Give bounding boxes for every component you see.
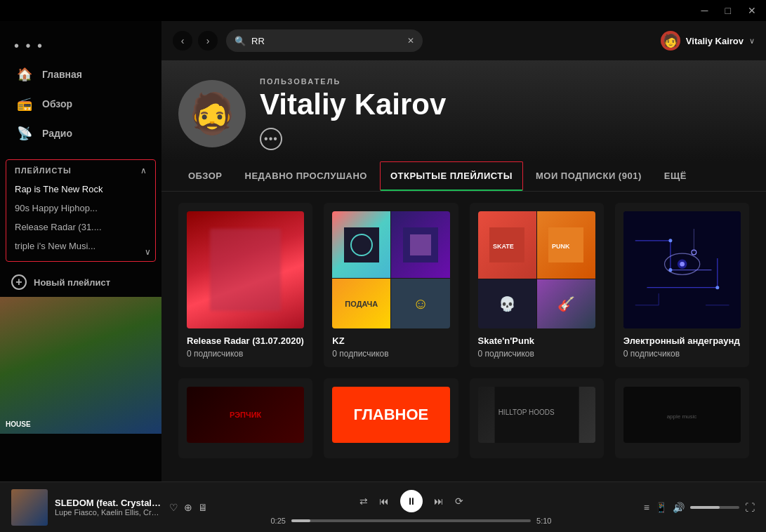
sidebar-playlist-2[interactable]: 90s Happy Hiphop...: [9, 199, 152, 218]
forward-button[interactable]: ›: [198, 31, 218, 51]
time-elapsed: 0:25: [271, 517, 286, 525]
kz-art: ПОДАЧА ☺: [332, 211, 449, 328]
svg-point-15: [668, 239, 672, 242]
user-chevron-icon: ∨: [749, 36, 755, 46]
dots-menu[interactable]: • • •: [6, 32, 156, 60]
sidebar-playlist-3[interactable]: Release Radar (31....: [9, 218, 152, 237]
sidebar-item-label-browse: Обзор: [42, 98, 72, 109]
add-to-library-icon[interactable]: ⊕: [184, 502, 192, 513]
queue-icon[interactable]: ≡: [644, 502, 649, 513]
profile-more: •••: [260, 128, 749, 150]
now-playing-actions: ♡ ⊕ 🖥: [169, 502, 208, 513]
repeat-button[interactable]: ⟳: [455, 496, 463, 507]
screen-icon[interactable]: 🖥: [198, 502, 208, 513]
tab-recent[interactable]: НЕДАВНО ПРОСЛУШАНО: [235, 162, 377, 191]
add-playlist-button[interactable]: + Новый плейлист: [0, 267, 161, 297]
tab-subscriptions[interactable]: МОИ ПОДПИСКИ (901): [526, 162, 652, 191]
playlist-card-img-1: [187, 211, 304, 328]
playlist-card-4[interactable]: Электронный андеграунд 0 подписчиков: [615, 203, 749, 367]
now-playing-left: SLEDOM (feat. Crystal Torres & ... Lupe …: [11, 489, 208, 526]
back-button[interactable]: ‹: [173, 31, 192, 51]
sidebar-album-text: HOUSE: [6, 420, 31, 428]
search-icon: 🔍: [235, 36, 246, 46]
time-total: 5:10: [536, 517, 551, 525]
maximize-button[interactable]: □: [721, 4, 735, 18]
playlist-card-img-5: РЭПЧИК: [187, 387, 304, 443]
playlists-label: ПЛЕЙЛИСТЫ: [15, 166, 72, 175]
sidebar-playlist-1[interactable]: Rap is The New Rock: [9, 180, 152, 199]
pause-icon: ⏸: [407, 496, 416, 507]
now-playing-album-art: [11, 489, 48, 526]
user-menu[interactable]: 🧑 Vitaliy Kairov ∨: [661, 31, 755, 51]
tab-more[interactable]: ЕЩЁ: [654, 162, 696, 191]
devices-icon[interactable]: 📱: [655, 502, 667, 513]
kz-art-bl: ПОДАЧА: [332, 279, 390, 328]
playlist-card-img-7: HILLTOP HOODS: [478, 387, 595, 443]
content-area: Release Radar (31.07.2020) 0 подписчиков: [161, 192, 766, 481]
tab-playlists[interactable]: ОТКРЫТЫЕ ПЛЕЙЛИСТЫ: [380, 161, 523, 191]
card5-art: РЭПЧИК: [187, 387, 304, 443]
playlists-scroll-down-icon[interactable]: ∨: [145, 247, 151, 257]
player-controls: ⇄ ⏮ ⏸ ⏭ ⟳: [359, 490, 463, 512]
sidebar-playlist-4[interactable]: triple i's New Musi...: [9, 237, 152, 255]
nav-arrows: ‹ ›: [173, 31, 218, 51]
fullscreen-icon[interactable]: ⛶: [745, 502, 755, 513]
avatar-emoji: 🧑: [663, 33, 678, 48]
playlist-card-6[interactable]: ГЛАВНОЕ: [324, 378, 458, 458]
now-playing-right: ≡ 📱 🔊 ⛶: [614, 502, 755, 513]
volume-fill: [690, 506, 720, 509]
skate-art: SKATE PUNK 💀 🎸: [478, 211, 595, 328]
tab-overview[interactable]: ОБЗОР: [178, 162, 232, 191]
profile-section: 🧔 ПОЛЬЗОВАТЕЛЬ Vitaliy Kairov •••: [161, 60, 766, 161]
playlist-grid-row2: РЭПЧИК ГЛАВНОЕ HILLTOP HOODS: [178, 378, 749, 458]
kz-art-br: ☺: [391, 279, 449, 328]
playlist-card-7[interactable]: HILLTOP HOODS: [470, 378, 604, 458]
progress-fill: [291, 519, 310, 522]
previous-button[interactable]: ⏮: [379, 496, 389, 507]
playlist-card-img-6: ГЛАВНОЕ: [332, 387, 449, 443]
svg-text:HILLTOP HOODS: HILLTOP HOODS: [498, 408, 554, 416]
heart-icon[interactable]: ♡: [169, 502, 178, 513]
sidebar: • • • 🏠 Главная 📻 Обзор 📡 Радио ПЛЕЙЛИСТ…: [0, 21, 161, 481]
playlist-card-title-1: Release Radar (31.07.2020): [187, 335, 304, 346]
user-avatar: 🧑: [661, 31, 680, 51]
playlist-card-title-4: Электронный андеграунд: [623, 335, 741, 346]
profile-more-button[interactable]: •••: [260, 128, 282, 150]
search-clear-icon[interactable]: ✕: [407, 36, 414, 46]
next-button[interactable]: ⏭: [434, 496, 444, 507]
now-playing-title: SLEDOM (feat. Crystal Torres & ...: [55, 498, 162, 508]
sidebar-item-browse[interactable]: 📻 Обзор: [6, 89, 156, 119]
svg-point-17: [715, 286, 719, 289]
title-bar: ─ □ ✕: [0, 0, 766, 21]
search-input[interactable]: [251, 36, 402, 46]
user-name: Vitaliy Kairov: [686, 36, 744, 46]
playlist-card-8[interactable]: apple music: [615, 378, 749, 458]
playlist-card-3[interactable]: SKATE PUNK 💀 🎸: [470, 203, 604, 367]
playlists-chevron-up-icon[interactable]: ∧: [140, 166, 147, 175]
sidebar-album-art: HOUSE: [0, 297, 161, 434]
hilltop-art: HILLTOP HOODS: [478, 387, 595, 443]
kz-art-tl: [332, 211, 390, 278]
skate-art-bl: 💀: [478, 279, 536, 328]
volume-icon[interactable]: 🔊: [673, 502, 685, 513]
svg-text:apple music: apple music: [667, 413, 697, 420]
volume-bar[interactable]: [690, 506, 739, 509]
playlist-card-1[interactable]: Release Radar (31.07.2020) 0 подписчиков: [178, 203, 312, 367]
svg-point-21: [680, 262, 685, 267]
playlist-card-5[interactable]: РЭПЧИК: [178, 378, 312, 458]
sidebar-item-radio[interactable]: 📡 Радио: [6, 119, 156, 148]
tabs-bar: ОБЗОР НЕДАВНО ПРОСЛУШАНО ОТКРЫТЫЕ ПЛЕЙЛИ…: [161, 161, 766, 192]
progress-track[interactable]: [291, 519, 531, 522]
now-playing-bar: SLEDOM (feat. Crystal Torres & ... Lupe …: [0, 481, 766, 532]
close-button[interactable]: ✕: [744, 4, 760, 18]
playlist-card-title-3: Skate'n'Punk: [478, 335, 595, 346]
pause-button[interactable]: ⏸: [400, 490, 423, 512]
playlist-card-2[interactable]: ПОДАЧА ☺ KZ 0 подписчиков: [324, 203, 458, 367]
skate-art-tr: PUNK: [537, 211, 595, 279]
sidebar-item-home[interactable]: 🏠 Главная: [6, 60, 156, 89]
release-radar-art: [187, 211, 304, 328]
shuffle-button[interactable]: ⇄: [359, 496, 368, 507]
progress-bar-container: 0:25 5:10: [271, 517, 552, 525]
search-bar: 🔍 ✕: [226, 29, 423, 52]
minimize-button[interactable]: ─: [697, 4, 713, 18]
